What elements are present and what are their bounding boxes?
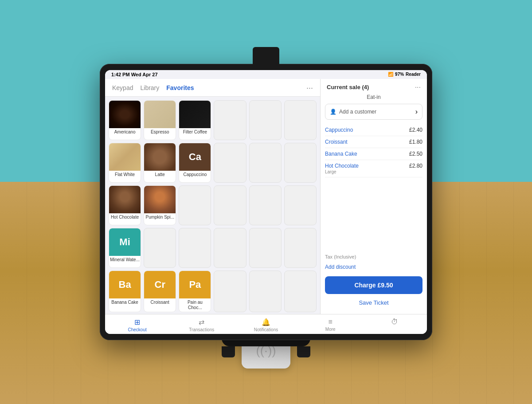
product-item-empty16 xyxy=(214,271,246,312)
product-name-croissant: Croissant xyxy=(150,298,170,306)
ipad-frame: 1:42 PM Wed Apr 27 📶 97% Reader Keypad xyxy=(100,64,432,340)
more-icon: ≡ xyxy=(329,318,332,326)
ipad-screen: 1:42 PM Wed Apr 27 📶 97% Reader Keypad xyxy=(105,70,427,334)
order-item-0[interactable]: Cappuccino£2.40 xyxy=(325,124,422,136)
right-panel: Current sale (4) ··· Eat-in 👤 Add a cust… xyxy=(321,79,427,314)
product-name-americano: Americano xyxy=(113,128,137,136)
product-item-mineral-water[interactable]: MiMineral Wate... xyxy=(109,228,141,268)
product-name-pain-au-choc: Pain au Choc... xyxy=(179,298,211,312)
order-item-name-2: Banana Cake xyxy=(325,151,357,157)
product-image-americano xyxy=(109,101,141,128)
product-item-pumpkin-spice[interactable]: Pumpkin Spi... xyxy=(144,185,176,225)
product-item-americano[interactable]: Americano xyxy=(109,100,141,140)
right-more-icon[interactable]: ··· xyxy=(415,83,421,91)
order-item-3[interactable]: Hot ChocolateLarge£2.80 xyxy=(325,160,422,177)
order-item-price-0: £2.40 xyxy=(409,127,422,133)
product-name-espresso: Espresso xyxy=(150,128,170,136)
nav-tab-clock[interactable]: ⏱ xyxy=(363,318,427,332)
product-image-filter-coffee xyxy=(179,101,211,128)
transactions-label: Transactions xyxy=(189,327,214,332)
nav-tab-notifications[interactable]: 🔔Notifications xyxy=(234,318,298,332)
notifications-label: Notifications xyxy=(254,327,278,332)
tab-keypad[interactable]: Keypad xyxy=(112,83,133,92)
product-item-filter-coffee[interactable]: Filter Coffee xyxy=(179,100,211,140)
order-item-2[interactable]: Banana Cake£2.50 xyxy=(325,148,422,160)
bottom-tab-bar: ⊞Checkout⇄Transactions🔔Notifications≡Mor… xyxy=(105,314,427,334)
product-item-cappuccino[interactable]: CaCappuccino xyxy=(179,143,211,183)
product-tile-mineral-water: Mi xyxy=(109,228,141,256)
product-tile-croissant: Cr xyxy=(144,271,176,298)
add-customer-button[interactable]: 👤 Add a customer › xyxy=(325,104,422,120)
product-name-hot-chocolate: Hot Chocolate xyxy=(110,213,140,221)
order-item-name-1: Croissant xyxy=(325,139,348,145)
product-image-flat-white xyxy=(109,143,141,171)
product-item-empty14 xyxy=(249,228,282,268)
product-name-filter-coffee: Filter Coffee xyxy=(182,128,208,136)
product-item-croissant[interactable]: CrCroissant xyxy=(144,271,176,312)
product-item-espresso[interactable]: Espresso xyxy=(144,100,176,140)
product-name-mineral-water: Mineral Wate... xyxy=(109,256,141,264)
tab-bar: Keypad Library Favorites ··· xyxy=(105,79,320,97)
order-item-name-0: Cappuccino xyxy=(325,127,353,133)
product-name-flat-white: Flat White xyxy=(114,171,136,179)
top-clip xyxy=(253,47,279,65)
person-icon: 👤 xyxy=(330,109,336,115)
product-item-empty11 xyxy=(144,228,176,268)
save-ticket-button[interactable]: Save Ticket xyxy=(325,296,422,310)
product-item-empty4 xyxy=(214,143,246,183)
add-customer-label: Add a customer xyxy=(339,109,376,115)
product-name-latte: Latte xyxy=(154,171,166,179)
add-discount-button[interactable]: Add discount xyxy=(321,261,427,273)
product-item-empty12 xyxy=(179,228,211,268)
stand-feet xyxy=(222,346,310,357)
product-item-pain-au-choc[interactable]: PaPain au Choc... xyxy=(179,271,211,312)
chevron-right-icon: › xyxy=(415,108,418,116)
tab-buttons: Keypad Library Favorites xyxy=(112,83,194,92)
order-item-price-1: £1.80 xyxy=(409,139,422,145)
charge-button[interactable]: Charge £9.50 xyxy=(325,276,422,294)
app-content: Keypad Library Favorites ··· AmericanoEs… xyxy=(105,79,427,314)
tab-library[interactable]: Library xyxy=(140,83,159,92)
product-item-empty17 xyxy=(249,271,282,312)
product-item-empty13 xyxy=(214,228,246,268)
product-item-empty2 xyxy=(249,100,282,140)
product-tile-pain-au-choc: Pa xyxy=(179,271,211,298)
product-name-pumpkin-spice: Pumpkin Spi... xyxy=(145,213,175,221)
product-item-empty15 xyxy=(284,228,317,268)
left-panel: Keypad Library Favorites ··· AmericanoEs… xyxy=(105,79,321,314)
status-time: 1:42 PM Wed Apr 27 xyxy=(111,72,158,77)
transactions-icon: ⇄ xyxy=(199,318,204,326)
product-item-empty9 xyxy=(249,185,282,225)
product-item-empty7 xyxy=(179,185,211,225)
ipad-stand: 1:42 PM Wed Apr 27 📶 97% Reader Keypad xyxy=(100,47,432,357)
product-item-empty10 xyxy=(284,185,317,225)
right-header: Current sale (4) ··· xyxy=(321,79,427,93)
nav-tab-more[interactable]: ≡More xyxy=(298,318,363,332)
product-item-empty1 xyxy=(214,100,246,140)
status-right: 📶 97% Reader xyxy=(388,72,421,77)
product-image-pumpkin-spice xyxy=(144,186,176,213)
nav-tab-transactions[interactable]: ⇄Transactions xyxy=(169,318,234,332)
stand-foot-left xyxy=(222,346,235,357)
order-item-1[interactable]: Croissant£1.80 xyxy=(325,136,422,148)
product-item-empty18 xyxy=(284,271,317,312)
nav-tab-checkout[interactable]: ⊞Checkout xyxy=(105,318,169,332)
tab-more-icon[interactable]: ··· xyxy=(306,83,313,93)
status-bar: 1:42 PM Wed Apr 27 📶 97% Reader xyxy=(105,70,427,79)
eat-in-label: Eat-in xyxy=(321,93,427,104)
product-image-latte xyxy=(144,143,176,171)
product-item-banana-cake[interactable]: BaBanana Cake xyxy=(109,271,141,312)
product-item-empty6 xyxy=(284,143,317,183)
battery-icon: 97% xyxy=(395,72,404,77)
order-items-list: Cappuccino£2.40Croissant£1.80Banana Cake… xyxy=(321,124,427,252)
product-item-latte[interactable]: Latte xyxy=(144,143,176,183)
tab-favorites[interactable]: Favorites xyxy=(166,83,194,92)
product-item-hot-chocolate[interactable]: Hot Chocolate xyxy=(109,185,141,225)
current-sale-title: Current sale (4) xyxy=(327,84,369,90)
reader-label: Reader xyxy=(406,72,421,77)
order-item-price-3: £2.80 xyxy=(409,163,422,169)
product-name-cappuccino: Cappuccino xyxy=(183,171,208,179)
order-item-name-3: Hot Chocolate xyxy=(325,163,359,169)
product-item-flat-white[interactable]: Flat White xyxy=(109,143,141,183)
add-customer-left: 👤 Add a customer xyxy=(330,109,376,115)
